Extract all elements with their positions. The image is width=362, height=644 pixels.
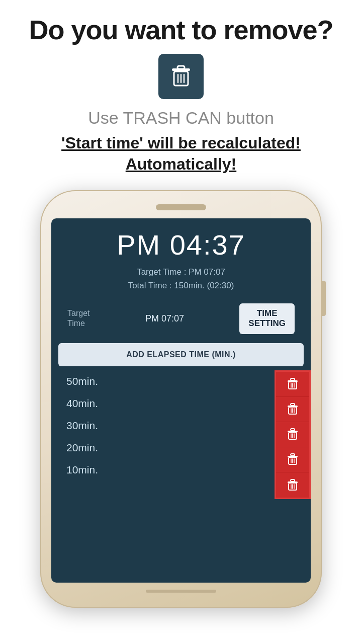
list-item: 40min. (58, 392, 304, 415)
list-item: 10min. (58, 459, 304, 481)
time-setting-button[interactable]: TIMESETTING (239, 303, 295, 334)
screen-header: PM 04:37 (51, 218, 311, 265)
phone-speaker (156, 204, 206, 210)
trash-col-item-2[interactable] (276, 397, 309, 422)
phone-home-indicator (146, 590, 216, 593)
trash-icon-row1 (286, 377, 299, 390)
phone-screen: PM 04:37 Target Time : PM 07:07 Total Ti… (51, 218, 311, 583)
trash-col-item-5[interactable] (276, 472, 309, 498)
page-title: Do you want to remove? (29, 15, 333, 45)
list-item: 50min. (58, 370, 304, 392)
svg-rect-19 (291, 429, 295, 431)
trash-col-item-3[interactable] (276, 422, 309, 447)
svg-rect-31 (291, 479, 295, 481)
trash-icon-box (158, 54, 204, 99)
target-time-value: PM 07:07 (145, 313, 184, 324)
list-item: 20min. (58, 437, 304, 459)
trash-icon-row4 (286, 453, 299, 466)
trash-col-item-1[interactable] (276, 372, 309, 397)
total-time-info: Total Time : 150min. (02:30) (61, 279, 301, 292)
trash-col-item-4[interactable] (276, 447, 309, 472)
time-info: Target Time : PM 07:07 Total Time : 150m… (51, 265, 311, 298)
trash-icon-row3 (286, 428, 299, 441)
add-elapsed-button[interactable]: ADD ELAPSED TIME (MIN.) (58, 343, 304, 366)
page-container: Do you want to remove? Use TRASH CAN but… (0, 0, 362, 644)
svg-rect-25 (291, 454, 295, 456)
list-item: 30min. (58, 415, 304, 437)
target-label: Target Time (67, 308, 89, 330)
subtitle-text: Use TRASH CAN button (88, 108, 274, 128)
target-time-row: Target Time PM 07:07 TIMESETTING (58, 298, 304, 339)
time-list: 50min. 40min. 30min. 20min. 10min. (58, 370, 304, 481)
phone-mockup: PM 04:37 Target Time : PM 07:07 Total Ti… (40, 190, 322, 608)
target-time-info: Target Time : PM 07:07 (61, 265, 301, 279)
warning-text: 'Start time' will be recalculated! Autom… (61, 133, 301, 175)
trash-icon-row2 (286, 403, 299, 416)
trash-column (275, 370, 311, 499)
time-list-container: 50min. 40min. 30min. 20min. 10min. (58, 370, 304, 583)
warning-line1: 'Start time' will be recalculated! (61, 134, 301, 152)
trash-icon-row5 (286, 478, 299, 492)
trash-can-icon (168, 63, 194, 90)
svg-rect-7 (291, 378, 295, 380)
warning-line2: Automatically! (126, 155, 236, 173)
svg-rect-13 (291, 404, 295, 406)
svg-rect-1 (177, 66, 185, 69)
current-time-display: PM 04:37 (61, 228, 301, 261)
